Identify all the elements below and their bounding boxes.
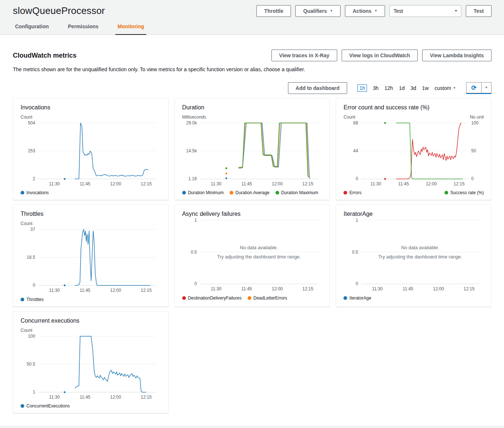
- chart-title: Error count and success rate (%): [343, 104, 484, 111]
- svg-text:37: 37: [30, 227, 36, 232]
- metrics-buttons: View traces in X-Ray View logs in CloudW…: [271, 50, 492, 61]
- actions-button[interactable]: Actions ▼: [345, 5, 385, 17]
- range-option-12h[interactable]: 12h: [385, 85, 393, 91]
- legend-item[interactable]: Throttles: [21, 297, 44, 302]
- cloudwatch-metrics-heading: CloudWatch metrics: [13, 52, 76, 59]
- axis-units: CountNo unit: [343, 115, 484, 120]
- svg-text:0.5: 0.5: [352, 250, 359, 255]
- legend-label: Throttles: [26, 297, 44, 302]
- range-option-3d[interactable]: 3d: [410, 85, 416, 91]
- svg-text:12:15: 12:15: [454, 181, 465, 186]
- qualifier-select-value: Test: [393, 8, 403, 14]
- qualifiers-button[interactable]: Qualifiers ▼: [295, 5, 341, 17]
- svg-text:12:00: 12:00: [110, 288, 121, 293]
- qualifier-select[interactable]: Test ▼: [389, 5, 461, 17]
- page-title: slowQueueProcessor: [13, 5, 105, 17]
- svg-text:11:30: 11:30: [49, 181, 60, 186]
- chart-plot-error-count-and-success-rate: 8844010050011:3011:4512:0012:15: [343, 120, 484, 188]
- legend-marker-icon: [343, 191, 347, 195]
- svg-text:1: 1: [194, 218, 197, 223]
- tab-configuration[interactable]: Configuration: [13, 21, 51, 35]
- svg-text:18.5: 18.5: [27, 255, 36, 260]
- throttle-button[interactable]: Throttle: [256, 5, 291, 17]
- svg-text:12:00: 12:00: [271, 181, 282, 186]
- legend-marker-icon: [21, 191, 24, 195]
- legend-item[interactable]: Duration Maximum: [276, 190, 318, 195]
- svg-text:11:45: 11:45: [80, 181, 90, 186]
- refresh-button[interactable]: ⟳: [466, 82, 482, 93]
- legend-label: DeadLetterErrors: [253, 295, 287, 301]
- metric-card-throttles: ThrottlesCount3718.5011:3011:4512:0012:1…: [13, 204, 169, 307]
- axis-units: Milliseconds: [182, 115, 323, 120]
- svg-text:12:15: 12:15: [302, 287, 313, 292]
- legend-item[interactable]: Errors: [343, 190, 361, 195]
- metrics-description: The metrics shown are for the unqualifie…: [13, 66, 492, 72]
- range-option-3h[interactable]: 3h: [373, 85, 379, 91]
- metric-card-invocations: InvocationsCount504253211:3011:4512:0012…: [13, 98, 169, 200]
- svg-text:11:30: 11:30: [210, 287, 221, 292]
- metric-card-concurrent-executions: Concurrent executionsCount10050.5111:301…: [13, 311, 169, 413]
- svg-text:11:45: 11:45: [241, 181, 252, 186]
- tab-monitoring[interactable]: Monitoring: [115, 21, 146, 35]
- legend-item[interactable]: Success rate (%): [444, 190, 484, 195]
- metric-card-error-count-and-success-rate: Error count and success rate (%)CountNo …: [336, 98, 492, 200]
- svg-text:0: 0: [194, 282, 197, 287]
- view-lambda-insights-button[interactable]: View Lambda Insights: [422, 50, 492, 61]
- chart-plot-concurrent-executions: 10050.5111:3011:4512:0012:15: [21, 333, 161, 401]
- actions-button-label: Actions: [353, 8, 371, 14]
- legend-marker-icon: [182, 191, 186, 195]
- svg-text:29.0k: 29.0k: [186, 120, 197, 126]
- axis-units: Count: [21, 115, 161, 120]
- add-to-dashboard-button[interactable]: Add to dashboard: [288, 82, 348, 94]
- svg-text:1.16: 1.16: [188, 176, 197, 181]
- custom-range-button[interactable]: custom ▼: [435, 85, 456, 91]
- legend-label: Errors: [349, 190, 361, 195]
- svg-text:0: 0: [471, 176, 474, 181]
- svg-text:44: 44: [353, 148, 359, 153]
- legend-marker-icon: [21, 298, 24, 301]
- legend-item[interactable]: ConcurrentExecutions: [21, 403, 70, 409]
- chart-title: IteratorAge: [343, 211, 484, 217]
- svg-text:11:30: 11:30: [372, 287, 383, 292]
- function-tabs: Configuration Permissions Monitoring: [0, 17, 504, 35]
- legend-marker-icon: [21, 404, 24, 408]
- legend-item[interactable]: Invocations: [21, 190, 49, 195]
- metric-card-async-delivery-failures: Async delivery failures10.5011:3011:4512…: [174, 204, 330, 307]
- svg-text:12:15: 12:15: [141, 181, 152, 186]
- svg-text:253: 253: [28, 148, 35, 153]
- legend-item[interactable]: DeadLetterErrors: [248, 295, 287, 301]
- test-button[interactable]: Test: [466, 5, 492, 17]
- view-cloudwatch-logs-button[interactable]: View logs in CloudWatch: [342, 50, 418, 61]
- axis-units: Count: [21, 221, 161, 226]
- caret-down-icon: ▼: [485, 86, 488, 89]
- chart-legend: Invocations: [21, 190, 161, 195]
- y-axis-unit-left: Count: [343, 115, 355, 120]
- chart-plot-iteratorage: 10.5011:3011:4512:0012:15No data availab…: [343, 217, 484, 293]
- legend-label: Duration Minimum: [188, 190, 224, 195]
- chart-plot-async-delivery-failures: 10.5011:3011:4512:0012:15No data availab…: [182, 217, 323, 293]
- svg-text:88: 88: [353, 120, 359, 126]
- legend-item[interactable]: DestinationDeliveryFailures: [182, 295, 242, 301]
- svg-text:12:15: 12:15: [141, 288, 152, 293]
- refresh-control: ⟳ ▼: [466, 82, 492, 94]
- svg-text:0: 0: [356, 176, 359, 181]
- legend-label: Duration Average: [235, 190, 270, 195]
- range-option-1d[interactable]: 1d: [399, 85, 405, 91]
- range-option-1h[interactable]: 1h: [357, 84, 367, 92]
- view-xray-button[interactable]: View traces in X-Ray: [271, 50, 337, 61]
- legend-item[interactable]: Duration Minimum: [182, 190, 224, 195]
- legend-marker-icon: [182, 296, 186, 300]
- svg-text:12:00: 12:00: [271, 287, 282, 292]
- legend-item[interactable]: IteratorAge: [343, 295, 371, 301]
- axis-units: Count: [21, 328, 161, 333]
- legend-item[interactable]: Duration Average: [230, 190, 270, 195]
- caret-down-icon: ▼: [330, 10, 333, 12]
- time-range-selector: 1h 3h 12h 1d 3d 1w custom ▼: [355, 84, 458, 92]
- range-option-1w[interactable]: 1w: [422, 85, 429, 91]
- tab-permissions[interactable]: Permissions: [66, 21, 101, 35]
- caret-down-icon: ▼: [454, 10, 457, 12]
- svg-text:11:30: 11:30: [49, 395, 60, 400]
- chart-legend: Duration MinimumDuration AverageDuration…: [182, 190, 323, 195]
- refresh-options-button[interactable]: ▼: [481, 82, 492, 93]
- legend-marker-icon: [343, 296, 347, 300]
